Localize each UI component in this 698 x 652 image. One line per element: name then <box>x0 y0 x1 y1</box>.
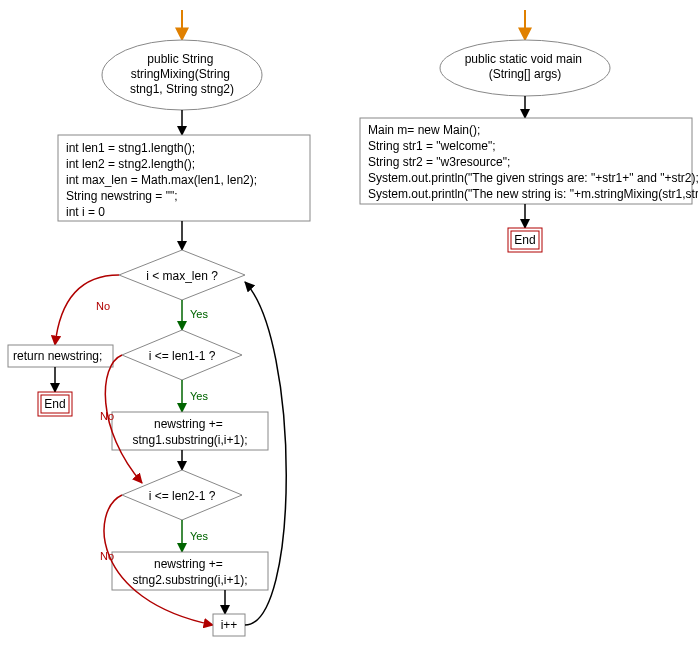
main-ellipse-l1: public static void main <box>465 52 582 66</box>
flowchart-svg: public String stringMixing(String stng1,… <box>0 0 698 652</box>
method-ellipse-l2: stringMixing(String <box>131 67 230 81</box>
init-box-l1: int len1 = stng1.length(); <box>66 141 195 155</box>
init-box-l5: int i = 0 <box>66 205 105 219</box>
init-box-l4: String newstring = ""; <box>66 189 178 203</box>
main-box-l3: String str2 = "w3resource"; <box>368 155 510 169</box>
append2-l1: newstring += <box>154 557 223 571</box>
cond2-no-label: No <box>100 410 114 422</box>
cond3-no-label: No <box>100 550 114 562</box>
cond1-text: i < max_len ? <box>146 269 218 283</box>
append1-l1: newstring += <box>154 417 223 431</box>
main-ellipse-l2: (String[] args) <box>489 67 562 81</box>
cond2-yes-label: Yes <box>190 390 208 402</box>
main-box-l1: Main m= new Main(); <box>368 123 480 137</box>
incr-text: i++ <box>221 618 238 632</box>
cond3-text: i <= len2-1 ? <box>149 489 216 503</box>
cond1-no-label: No <box>96 300 110 312</box>
main-box-l5: System.out.println("The new string is: "… <box>368 187 698 201</box>
cond2-text: i <= len1-1 ? <box>149 349 216 363</box>
main-box-l2: String str1 = "welcome"; <box>368 139 496 153</box>
end2-text: End <box>514 233 535 247</box>
init-box-l2: int len2 = stng2.length(); <box>66 157 195 171</box>
method-ellipse-l1: public String <box>147 52 213 66</box>
init-box-l3: int max_len = Math.max(len1, len2); <box>66 173 257 187</box>
end1-text: End <box>44 397 65 411</box>
return-box-text: return newstring; <box>13 349 102 363</box>
main-box-l4: System.out.println("The given strings ar… <box>368 171 698 185</box>
cond1-yes-label: Yes <box>190 308 208 320</box>
method-ellipse-l3: stng1, String stng2) <box>130 82 234 96</box>
append2-l2: stng2.substring(i,i+1); <box>132 573 247 587</box>
cond3-yes-label: Yes <box>190 530 208 542</box>
append1-l2: stng1.substring(i,i+1); <box>132 433 247 447</box>
